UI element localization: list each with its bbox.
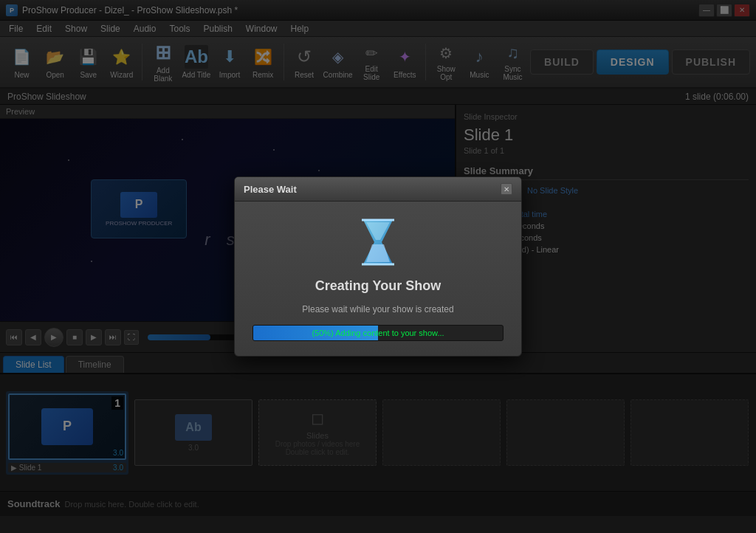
modal-dialog: Please Wait ✕ [234,176,522,357]
modal-progress-container: (50%) Adding content to your show... [252,325,504,341]
modal-titlebar: Please Wait ✕ [235,177,521,202]
modal-sub-text: Please wait while your show is created [302,304,453,314]
hourglass-icon [356,216,400,268]
modal-body: Creating Your Show Please wait while you… [235,202,521,356]
modal-overlay: Please Wait ✕ [0,0,756,533]
modal-title-text: Please Wait [244,184,297,195]
modal-progress-text: (50%) Adding content to your show... [312,329,444,337]
modal-close-button[interactable]: ✕ [501,183,512,195]
svg-marker-4 [366,244,390,262]
modal-main-text: Creating Your Show [315,278,441,294]
